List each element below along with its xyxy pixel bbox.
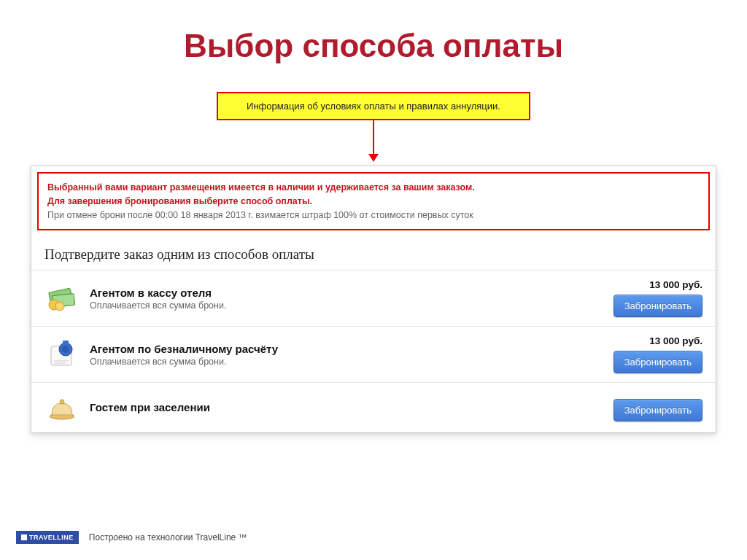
notice-box: Выбранный вами вариант размещения имеетс…: [37, 172, 710, 230]
notice-line-3: При отмене брони после 00:00 18 января 2…: [47, 209, 700, 222]
option-title: Агентом в кассу отеля: [90, 287, 593, 299]
payment-panel: Выбранный вами вариант размещения имеетс…: [31, 166, 716, 433]
svg-point-11: [60, 400, 64, 404]
arrow-down-icon: [368, 119, 379, 162]
option-right: 13 000 руб. Забронировать: [593, 335, 703, 373]
option-text: Агентом в кассу отеля Оплачивается вся с…: [90, 287, 593, 311]
cash-icon: [44, 282, 80, 314]
notice-line-1: Выбранный вами вариант размещения имеетс…: [47, 181, 700, 195]
option-text: Гостем при заселении: [90, 401, 593, 415]
option-title: Гостем при заселении: [90, 401, 593, 413]
slide-title: Выбор способа оплаты: [0, 28, 747, 64]
invoice-icon: [44, 338, 80, 370]
price-label: 13 000 руб.: [649, 279, 703, 290]
payment-option: Агентом по безналичному расчёту Оплачива…: [31, 327, 716, 383]
confirm-heading: Подтвердите заказ одним из способов опла…: [31, 236, 716, 271]
bell-icon: [44, 392, 80, 424]
notice-line-2: Для завершения бронирования выберите спо…: [47, 195, 700, 209]
payment-option: Гостем при заселении Забронировать: [31, 383, 716, 432]
option-right: 13 000 руб. Забронировать: [593, 279, 703, 317]
footer: TRAVELLINE Построено на технологии Trave…: [16, 531, 247, 544]
svg-rect-9: [63, 341, 69, 346]
callout-box: Информация об условиях оплаты и правилах…: [217, 92, 530, 120]
option-right: Забронировать: [593, 394, 703, 421]
travelline-logo: TRAVELLINE: [16, 531, 79, 544]
svg-point-8: [62, 346, 69, 353]
option-sub: Оплачивается вся сумма брони.: [90, 300, 593, 311]
option-text: Агентом по безналичному расчёту Оплачива…: [90, 343, 593, 367]
book-button[interactable]: Забронировать: [614, 399, 703, 421]
price-label: 13 000 руб.: [649, 335, 703, 346]
footer-text: Построено на технологии TravelLine ™: [89, 532, 247, 542]
option-sub: Оплачивается вся сумма брони.: [90, 357, 593, 367]
callout-text: Информация об условиях оплаты и правилах…: [247, 101, 500, 112]
book-button[interactable]: Забронировать: [614, 295, 703, 317]
option-title: Агентом по безналичному расчёту: [90, 343, 593, 355]
svg-point-3: [55, 302, 64, 311]
payment-option: Агентом в кассу отеля Оплачивается вся с…: [31, 271, 716, 327]
book-button[interactable]: Забронировать: [614, 351, 703, 373]
